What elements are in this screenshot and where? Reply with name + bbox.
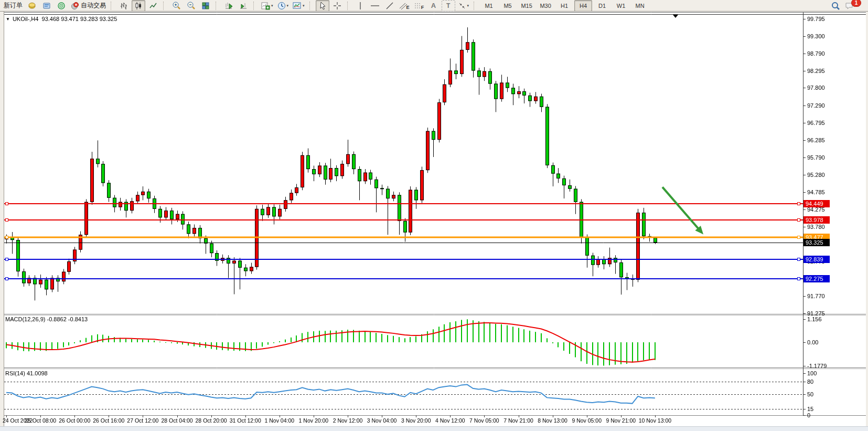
- cursor-button[interactable]: [316, 0, 329, 12]
- price-axis-tick: 95.790: [807, 154, 825, 161]
- date-axis-label: 1 Nov 04:00: [264, 417, 294, 424]
- price-axis-tick: 96.285: [807, 137, 825, 144]
- profiles-icon[interactable]: [40, 0, 53, 12]
- channel-letter: E: [406, 5, 410, 10]
- rsi-axis-tick: 80: [807, 379, 813, 385]
- text-button[interactable]: A: [427, 0, 441, 12]
- date-axis-label: 4 Nov 12:00: [435, 417, 465, 424]
- window-bottom-frame: [0, 426, 868, 431]
- price-line-badge: 92.839: [803, 256, 830, 263]
- date-axis-label: 7 Nov 21:00: [503, 417, 533, 424]
- price-axis-tick: 93.780: [807, 224, 825, 230]
- price-line-badge: 93.978: [803, 216, 830, 224]
- chart-ohlc-readout: 93.468 93.471 93.283 93.325: [42, 16, 117, 22]
- macd-indicator-label: MACD(12,26,9) -0.8862 -0.8413: [5, 316, 88, 322]
- timeframe-h4[interactable]: H4: [574, 0, 592, 12]
- timeframe-m1[interactable]: M1: [480, 0, 498, 12]
- price-axis-tick: 95.280: [807, 172, 825, 178]
- timeframe-group: M1M5M15M30H1H4D1W1MN: [479, 0, 649, 12]
- new-order-button[interactable]: 新订单: [2, 0, 24, 12]
- text-label-button[interactable]: T: [442, 0, 455, 12]
- fibonacci-letter: F: [421, 5, 424, 10]
- toolbar-separator: [111, 2, 114, 10]
- timeframe-h1[interactable]: H1: [555, 0, 573, 12]
- chart-shift-button[interactable]: [237, 0, 250, 12]
- date-axis-label: 2 Nov 12:00: [333, 417, 363, 424]
- price-axis-tick: 94.275: [807, 206, 825, 213]
- price-axis-tick: 97.290: [807, 102, 825, 109]
- notification-badge: 1: [851, 0, 861, 7]
- date-axis-label: 3 Nov 04:00: [367, 417, 397, 424]
- arrows-button[interactable]: ▾: [456, 0, 471, 12]
- notifications-button[interactable]: 1: [843, 0, 866, 12]
- zoom-out-button[interactable]: [184, 0, 198, 12]
- price-line-badge: 93.325: [803, 239, 830, 246]
- timeframe-m30[interactable]: M30: [537, 0, 554, 12]
- timeframe-w1[interactable]: W1: [612, 0, 630, 12]
- date-axis-label: 26 Oct 00:00: [59, 417, 90, 424]
- timeframe-m15[interactable]: M15: [518, 0, 535, 12]
- price-line-badge: 94.449: [803, 200, 830, 207]
- tile-windows-button[interactable]: [199, 0, 212, 12]
- price-axis-tick: 94.785: [807, 189, 825, 196]
- auto-scroll-button[interactable]: [222, 0, 235, 12]
- window-right-frame: [866, 12, 868, 426]
- date-axis-label: 10 Nov 13:00: [639, 417, 671, 424]
- zoom-in-button[interactable]: [169, 0, 183, 12]
- auto-trading-button[interactable]: 自动交易: [69, 0, 108, 12]
- chart-menu-arrow-icon[interactable]: ▼: [6, 17, 10, 22]
- macd-axis-tick: 1.156: [807, 316, 822, 323]
- date-axis-label: 28 Oct 20:00: [196, 417, 227, 424]
- periods-button[interactable]: ▾: [276, 0, 291, 12]
- price-axis-tick: 99.300: [807, 33, 825, 40]
- rsi-value: 41.0098: [27, 370, 48, 376]
- toolbar-separator: [253, 2, 257, 10]
- price-line-badge: 92.275: [803, 275, 830, 282]
- date-axis-label: 27 Oct 12:00: [127, 417, 158, 424]
- date-axis-label: 31 Oct 12:00: [230, 417, 261, 424]
- crosshair-button[interactable]: [330, 0, 344, 12]
- candlestick-chart-button[interactable]: [132, 0, 145, 12]
- chevron-down-icon: ▾: [271, 4, 273, 8]
- price-axis-tick: 91.770: [807, 293, 825, 300]
- window-left-frame: [0, 12, 4, 426]
- signal-icon[interactable]: [55, 0, 68, 12]
- timeframe-mn[interactable]: MN: [631, 0, 649, 12]
- timeframe-d1[interactable]: D1: [593, 0, 611, 12]
- date-axis-label: 9 Nov 05:00: [572, 417, 602, 424]
- bar-chart-button[interactable]: [117, 0, 131, 12]
- date-axis-label: 1 Nov 20:00: [299, 417, 329, 424]
- price-axis-tick: 99.795: [807, 16, 825, 23]
- quotes-icon[interactable]: [25, 0, 39, 12]
- date-axis-label: 28 Oct 04:00: [161, 417, 192, 424]
- rsi-indicator-label: RSI(14) 41.0098: [5, 370, 48, 376]
- date-axis-label: 9 Nov 21:00: [606, 417, 636, 424]
- timeframe-m5[interactable]: M5: [499, 0, 517, 12]
- trendline-button[interactable]: [383, 0, 397, 12]
- date-axis-label: 8 Nov 13:00: [538, 417, 567, 424]
- horizontal-line-button[interactable]: [368, 0, 382, 12]
- main-toolbar: 新订单 自动交易 ▾ ▾ ▾ E F A T ▾ M1M5M15M30H1H4D…: [0, 0, 868, 12]
- search-icon[interactable]: [829, 0, 842, 12]
- macd-axis-tick: -1.1779: [807, 363, 827, 370]
- toolbar-separator: [474, 2, 477, 10]
- add-indicator-button[interactable]: ▾: [260, 0, 275, 12]
- fibonacci-button[interactable]: F: [412, 0, 426, 12]
- date-axis-label: 25 Oct 08:00: [25, 417, 56, 424]
- auto-trading-label: 自动交易: [81, 1, 106, 10]
- price-chart-canvas[interactable]: [0, 0, 868, 431]
- rsi-axis-tick: 0: [807, 412, 810, 419]
- date-axis-label: 7 Nov 05:00: [469, 417, 499, 424]
- chevron-down-icon: ▾: [303, 4, 305, 8]
- toolbar-separator: [309, 2, 313, 10]
- vertical-line-button[interactable]: [353, 0, 367, 12]
- channel-button[interactable]: E: [398, 0, 411, 12]
- price-axis-tick: 98.790: [807, 50, 825, 57]
- chart-symbol-period: UKOil-,H4: [13, 16, 39, 22]
- templates-button[interactable]: ▾: [291, 0, 306, 12]
- chart-title-bar[interactable]: ▼UKOil-,H4 93.468 93.471 93.283 93.325: [6, 16, 117, 22]
- toolbar-separator: [216, 2, 219, 10]
- line-chart-button[interactable]: [146, 0, 160, 12]
- toolbar-separator: [163, 2, 167, 10]
- rsi-axis-tick: 50: [807, 391, 813, 398]
